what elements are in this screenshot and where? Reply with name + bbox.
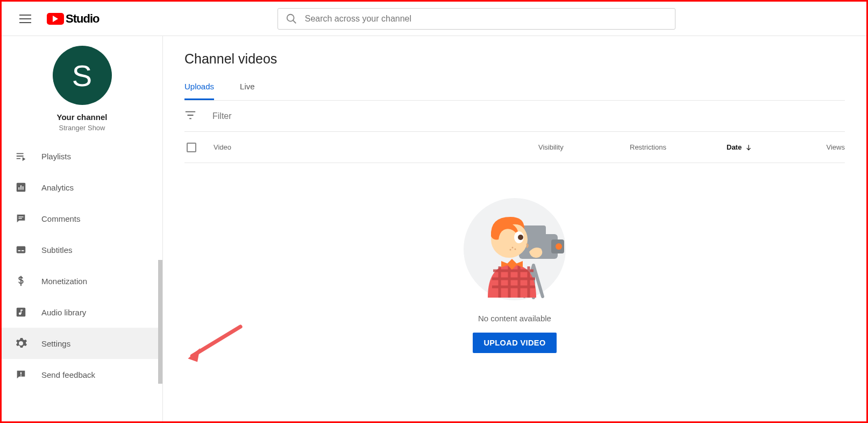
- search-box[interactable]: [278, 8, 675, 30]
- svg-rect-13: [21, 309, 23, 311]
- playlists-icon: [15, 150, 27, 163]
- monetization-icon: [15, 274, 27, 287]
- empty-state: No content available UPLOAD VIDEO: [184, 163, 845, 353]
- svg-rect-5: [18, 216, 23, 217]
- hamburger-icon: [19, 15, 31, 23]
- sidebar-scrollbar[interactable]: [158, 260, 162, 384]
- empty-illustration: [461, 195, 568, 303]
- svg-rect-4: [23, 186, 24, 189]
- search-icon: [286, 13, 297, 25]
- channel-avatar[interactable]: S: [53, 46, 112, 105]
- sidebar-item-label: Analytics: [41, 183, 74, 192]
- svg-point-27: [510, 249, 511, 251]
- comments-icon: [15, 212, 27, 225]
- tab-uploads[interactable]: Uploads: [184, 82, 214, 100]
- empty-message: No content available: [478, 314, 551, 323]
- sidebar-item-label: Settings: [41, 339, 70, 348]
- tabs: Uploads Live: [184, 82, 845, 101]
- column-visibility[interactable]: Visibility: [538, 143, 630, 151]
- sidebar-item-monetization[interactable]: Monetization: [2, 265, 162, 297]
- sidebar-item-analytics[interactable]: Analytics: [2, 172, 162, 203]
- your-channel-label: Your channel: [2, 112, 162, 122]
- sidebar-item-feedback[interactable]: Send feedback: [2, 359, 162, 390]
- filter-icon[interactable]: [184, 110, 196, 123]
- sidebar-item-label: Audio library: [41, 308, 86, 317]
- svg-point-20: [556, 243, 562, 250]
- svg-point-22: [495, 239, 505, 249]
- subtitles-icon: [15, 243, 27, 256]
- svg-rect-7: [17, 246, 26, 253]
- page-title: Channel videos: [184, 51, 845, 67]
- sidebar-item-label: Comments: [41, 214, 81, 223]
- column-date[interactable]: Date: [727, 143, 813, 151]
- sidebar-item-label: Playlists: [41, 152, 71, 161]
- sidebar-item-audio-library[interactable]: Audio library: [2, 297, 162, 328]
- svg-rect-2: [18, 187, 19, 190]
- feedback-icon: [15, 368, 27, 381]
- sidebar-item-label: Subtitles: [41, 245, 73, 255]
- svg-rect-8: [18, 250, 21, 251]
- header: Studio: [2, 2, 866, 36]
- svg-point-25: [512, 247, 514, 249]
- sidebar: S Your channel Stranger Show Playlists A…: [2, 36, 163, 421]
- sidebar-item-subtitles[interactable]: Subtitles: [2, 234, 162, 265]
- main-content: Channel videos Uploads Live Video Visibi…: [163, 36, 866, 421]
- sort-down-icon: [745, 144, 752, 151]
- sidebar-item-comments[interactable]: Comments: [2, 203, 162, 234]
- filter-input[interactable]: [212, 111, 320, 121]
- svg-point-0: [287, 14, 294, 21]
- studio-logo[interactable]: Studio: [47, 12, 99, 26]
- analytics-icon: [15, 181, 27, 194]
- audio-library-icon: [15, 306, 27, 319]
- svg-rect-9: [22, 250, 24, 251]
- hamburger-menu-button[interactable]: [15, 8, 36, 30]
- filter-row: [184, 101, 845, 132]
- channel-name: Stranger Show: [2, 124, 162, 132]
- settings-icon: [15, 337, 27, 350]
- svg-point-26: [515, 249, 516, 250]
- sidebar-item-playlists[interactable]: Playlists: [2, 140, 162, 172]
- select-all-checkbox[interactable]: [187, 143, 196, 152]
- sidebar-item-label: Send feedback: [41, 370, 95, 379]
- svg-rect-15: [20, 375, 22, 376]
- svg-rect-3: [20, 185, 22, 189]
- upload-video-button[interactable]: UPLOAD VIDEO: [473, 333, 556, 353]
- column-views[interactable]: Views: [813, 143, 845, 151]
- svg-point-24: [518, 235, 523, 240]
- svg-rect-6: [18, 218, 22, 218]
- search-input[interactable]: [305, 14, 667, 24]
- sidebar-item-settings[interactable]: Settings: [2, 328, 162, 359]
- channel-block: S Your channel Stranger Show: [2, 36, 162, 138]
- column-video[interactable]: Video: [214, 143, 538, 151]
- column-restrictions[interactable]: Restrictions: [630, 143, 727, 151]
- youtube-play-icon: [47, 13, 64, 25]
- table-header: Video Visibility Restrictions Date Views: [184, 132, 845, 163]
- sidebar-item-label: Monetization: [41, 277, 87, 286]
- svg-rect-14: [20, 372, 22, 375]
- tab-live[interactable]: Live: [240, 82, 255, 100]
- studio-wordmark: Studio: [66, 12, 99, 26]
